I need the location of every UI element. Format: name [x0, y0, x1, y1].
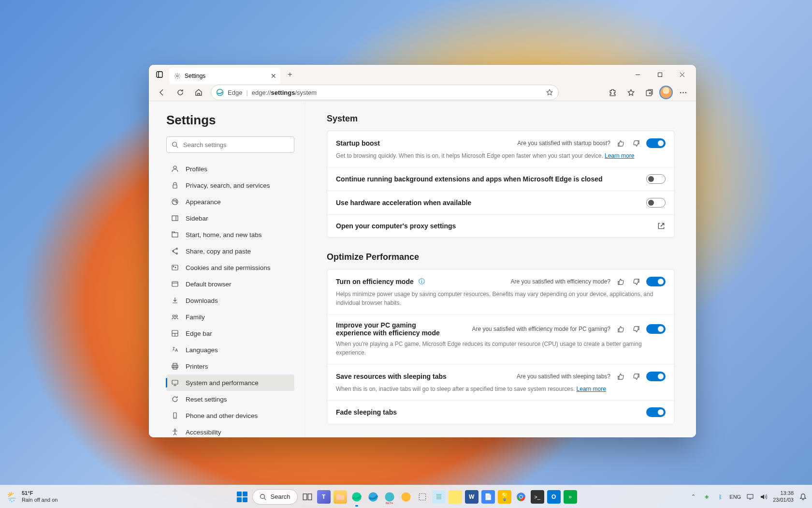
sidebar-item-downloads[interactable]: Downloads	[166, 292, 294, 309]
sidebar-item-edge-bar[interactable]: Edge bar	[166, 325, 294, 342]
sidebar-item-label: Default browser	[186, 281, 232, 288]
efficiency-toggle[interactable]	[646, 277, 666, 286]
gaming-toggle[interactable]	[646, 324, 666, 334]
sidebar-item-printers[interactable]: Printers	[166, 358, 294, 374]
snipping-icon[interactable]	[416, 490, 429, 504]
outlook-icon[interactable]: O	[547, 490, 561, 504]
hw-accel-toggle[interactable]	[646, 198, 666, 208]
network-icon[interactable]	[746, 493, 754, 501]
favorites-icon[interactable]	[623, 84, 639, 101]
terminal-icon[interactable]: >_	[531, 490, 544, 504]
start-button[interactable]	[235, 490, 249, 504]
chrome-icon[interactable]	[514, 490, 528, 504]
collections-icon[interactable]	[641, 84, 657, 101]
sticky-notes-icon[interactable]	[449, 490, 462, 504]
home-button[interactable]	[190, 84, 207, 101]
browser-tab[interactable]: Settings ✕	[169, 68, 280, 84]
address-bar[interactable]: Edge | edge://settings/system	[211, 85, 559, 100]
sidebar-item-start-home-and-new-tabs[interactable]: Start, home, and new tabs	[166, 226, 294, 243]
teams-icon[interactable]: T	[317, 490, 331, 504]
thumbs-up-icon[interactable]	[615, 324, 626, 334]
back-button[interactable]	[154, 84, 170, 101]
sleeping-learn-more[interactable]: Learn more	[577, 386, 606, 392]
sidebar-item-sidebar[interactable]: Sidebar	[166, 210, 294, 226]
sidebar-item-profiles[interactable]: Profiles	[166, 161, 294, 177]
info-icon[interactable]: ⓘ	[419, 277, 425, 286]
chevron-up-icon[interactable]: ⌃	[689, 493, 697, 501]
search-input[interactable]	[183, 141, 289, 149]
system-tray: ⌃ ◈ ᛒ ENG 13:3823/01/03	[689, 490, 807, 503]
sidebar-item-family[interactable]: Family	[166, 309, 294, 325]
gaming-desc: When you're playing a PC game, Microsoft…	[336, 340, 666, 357]
sleeping-toggle[interactable]	[646, 372, 666, 381]
more-icon[interactable]	[675, 84, 691, 101]
security-icon[interactable]: ◈	[702, 493, 711, 501]
edge-icon[interactable]	[350, 490, 363, 504]
thumbs-down-icon[interactable]	[631, 138, 641, 149]
svg-rect-20	[172, 216, 178, 221]
bluetooth-icon[interactable]: ᛒ	[716, 493, 725, 501]
svg-point-9	[680, 92, 681, 93]
gaming-prompt: Are you satisfied with efficiency mode f…	[472, 326, 610, 332]
extensions-icon[interactable]	[604, 84, 621, 101]
sidebar-item-privacy-search-and-services[interactable]: Privacy, search, and services	[166, 177, 294, 194]
section-system-title: System	[327, 114, 675, 124]
notepad-icon[interactable]	[432, 490, 446, 504]
new-tab-button[interactable]: +	[283, 68, 297, 81]
edge-canary-icon[interactable]	[399, 490, 413, 504]
fade-toggle[interactable]	[646, 407, 666, 417]
favorite-icon[interactable]	[546, 89, 553, 96]
thumbs-up-icon[interactable]	[615, 371, 626, 382]
section-optimize-title: Optimize Performance	[327, 252, 675, 262]
svg-point-19	[176, 202, 177, 203]
notifications-icon[interactable]	[798, 493, 807, 501]
edge-beta-icon[interactable]: BETA	[383, 490, 396, 504]
minimize-button[interactable]	[626, 67, 649, 82]
tab-actions-icon[interactable]	[153, 68, 166, 81]
volume-icon[interactable]	[759, 493, 768, 501]
sidebar-item-languages[interactable]: Languages	[166, 342, 294, 358]
startup-boost-title: Startup boost	[336, 139, 380, 147]
task-view-icon[interactable]	[301, 490, 314, 504]
maximize-button[interactable]	[649, 67, 671, 82]
row-proxy[interactable]: Open your computer's proxy settings	[327, 215, 674, 237]
sidebar-item-accessibility[interactable]: Accessibility	[166, 424, 294, 437]
bg-ext-toggle[interactable]	[646, 174, 666, 184]
refresh-button[interactable]	[172, 84, 188, 101]
language-indicator[interactable]: ENG	[729, 494, 741, 500]
clock[interactable]: 13:3823/01/03	[773, 490, 794, 503]
sidebar-item-system-and-performance[interactable]: System and performance	[166, 374, 294, 391]
startup-boost-learn-more[interactable]: Learn more	[605, 152, 634, 159]
close-window-button[interactable]	[671, 67, 693, 82]
profile-avatar[interactable]	[659, 86, 673, 99]
search-settings[interactable]	[166, 136, 294, 153]
keep-icon[interactable]: 💡	[498, 490, 511, 504]
close-tab-icon[interactable]: ✕	[271, 72, 276, 80]
taskbar-search[interactable]: Search	[252, 489, 297, 505]
sidebar-item-label: Accessibility	[186, 429, 221, 436]
weather-widget[interactable]: 🌦️ 51°F Rain off and on	[6, 490, 58, 503]
word-icon[interactable]: W	[465, 490, 478, 504]
row-startup-boost: Startup boost Are you satisfied with sta…	[327, 131, 674, 167]
thumbs-up-icon[interactable]	[615, 138, 626, 149]
thumbs-down-icon[interactable]	[631, 276, 641, 287]
external-link-icon	[657, 222, 666, 230]
sidebar-item-reset-settings[interactable]: Reset settings	[166, 391, 294, 407]
family-icon	[171, 313, 179, 321]
thumbs-up-icon[interactable]	[615, 276, 626, 287]
thumbs-down-icon[interactable]	[631, 324, 641, 334]
sidebar-item-cookies-and-site-permissions[interactable]: Cookies and site permissions	[166, 259, 294, 276]
pwsh-icon[interactable]: »	[564, 490, 577, 504]
edge-dev-icon[interactable]	[366, 490, 380, 504]
sidebar-item-default-browser[interactable]: Default browser	[166, 276, 294, 292]
docs-icon[interactable]: 📄	[481, 490, 495, 504]
sidebar-item-phone-and-other-devices[interactable]: Phone and other devices	[166, 407, 294, 424]
startup-boost-toggle[interactable]	[646, 138, 666, 148]
svg-point-27	[173, 266, 174, 267]
thumbs-down-icon[interactable]	[631, 371, 641, 382]
sidebar-item-appearance[interactable]: Appearance	[166, 194, 294, 210]
address-url: edge://settings/system	[252, 89, 317, 96]
sidebar-item-share-copy-and-paste[interactable]: Share, copy and paste	[166, 243, 294, 259]
explorer-icon[interactable]	[334, 490, 347, 504]
sidebar-item-label: Printers	[186, 363, 208, 370]
